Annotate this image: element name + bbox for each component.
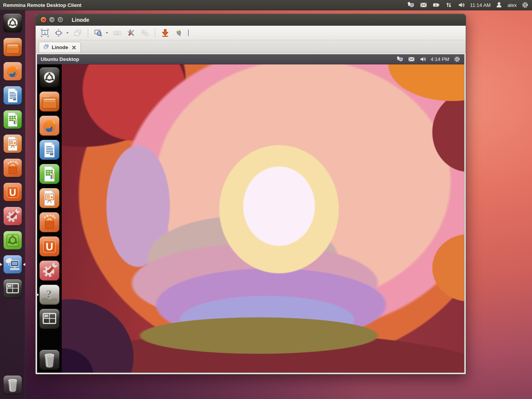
- libreoffice-impress-icon: [39, 188, 59, 208]
- host-top-panel: Remmina Remote Desktop Client 11:14 AM a…: [0, 0, 532, 10]
- window-maximize-button[interactable]: [57, 16, 64, 23]
- toolbar-preferences[interactable]: [138, 27, 152, 39]
- software-updater-icon: [3, 231, 22, 250]
- remote-launcher-software-center[interactable]: [39, 212, 59, 232]
- software-center-icon: [3, 159, 22, 177]
- window-titlebar[interactable]: Linode: [36, 14, 466, 26]
- remote-launcher-system-settings[interactable]: [39, 261, 59, 281]
- home-folder-icon: [39, 92, 59, 112]
- launcher-software-center[interactable]: [3, 159, 22, 177]
- sound-indicator[interactable]: [458, 1, 465, 9]
- toolbar-minimize-window[interactable]: [158, 27, 172, 39]
- launcher-libreoffice-writer[interactable]: [3, 86, 22, 105]
- libreoffice-calc-icon: [39, 164, 59, 184]
- software-center-icon: [39, 212, 59, 232]
- window-minimize-button[interactable]: [49, 16, 55, 23]
- remote-launcher-libreoffice-impress[interactable]: [39, 188, 59, 208]
- active-app-title: Remmina Remote Desktop Client: [3, 2, 81, 8]
- launcher-libreoffice-impress[interactable]: [3, 135, 22, 153]
- remote-screen[interactable]: Ubuntu Desktop 4:14 PM U??: [37, 54, 465, 373]
- libreoffice-calc-icon: [3, 110, 22, 129]
- toolbar-scaled-mode[interactable]: [91, 27, 110, 39]
- ubuntu-dash-icon: [3, 14, 22, 32]
- unknown-app-icon: ??: [39, 285, 59, 305]
- libreoffice-writer-icon: [3, 86, 22, 105]
- toolbar-separator: [88, 28, 88, 38]
- svg-text:?: ?: [46, 287, 52, 300]
- remote-viewport-frame: Ubuntu Desktop 4:14 PM U??: [36, 53, 466, 374]
- svg-text:?: ?: [46, 288, 52, 301]
- remote-launcher-libreoffice-calc[interactable]: [39, 164, 59, 184]
- launcher-workspace-switcher[interactable]: [3, 279, 22, 298]
- launcher-system-settings[interactable]: [3, 207, 22, 225]
- remote-clock[interactable]: 4:14 PM: [431, 56, 449, 62]
- network-sync-indicator[interactable]: [445, 1, 453, 9]
- launcher-software-updater[interactable]: [3, 231, 22, 250]
- unity-launcher: U: [0, 10, 25, 399]
- ubuntu-one-icon: U: [3, 183, 22, 201]
- workspace-switcher-icon: [39, 309, 59, 329]
- battery-indicator[interactable]: [432, 1, 440, 9]
- remote-launcher-ubuntu-one[interactable]: U: [39, 236, 59, 256]
- toolbar-switch-tabs[interactable]: [71, 27, 85, 39]
- remmina-window: Linode 1 Linode Ubuntu Desktop 4:14 PM U…: [35, 14, 466, 374]
- remote-message-indicator[interactable]: [408, 56, 415, 63]
- host-indicator-area: 11:14 AM alex: [407, 1, 529, 9]
- tab-window-icon: [43, 44, 49, 51]
- toolbar-fullscreen[interactable]: [52, 27, 71, 39]
- session-gear-icon[interactable]: [521, 1, 529, 9]
- remote-remote-desktop-indicator[interactable]: [396, 56, 404, 63]
- remote-launcher-workspace-switcher[interactable]: [39, 309, 59, 329]
- launcher-libreoffice-calc[interactable]: [3, 110, 22, 129]
- remote-tray: [396, 56, 427, 63]
- ubuntu-one-icon: U: [39, 236, 59, 256]
- remote-session-gear-icon[interactable]: [453, 56, 461, 63]
- svg-text:1: 1: [44, 31, 46, 34]
- remote-launcher-libreoffice-writer[interactable]: [39, 140, 59, 160]
- host-clock[interactable]: 11:14 AM: [470, 2, 491, 8]
- remote-desktop-title: Ubuntu Desktop: [41, 56, 79, 62]
- remote-launcher-home-folder[interactable]: [39, 92, 59, 112]
- window-toolbar: 1: [36, 26, 466, 40]
- remote-launcher-trash[interactable]: [39, 350, 59, 370]
- host-tray: [407, 1, 465, 9]
- tab-linode[interactable]: Linode: [39, 42, 81, 53]
- launcher-items: U: [0, 10, 25, 298]
- toolbar-fit-window[interactable]: 1: [38, 27, 52, 39]
- launcher-ubuntu-one[interactable]: U: [3, 183, 22, 201]
- window-title: Linode: [72, 17, 89, 23]
- remote-launcher-ubuntu-dash[interactable]: [39, 67, 59, 87]
- firefox-icon: [3, 62, 22, 80]
- svg-text:U: U: [46, 241, 53, 253]
- tab-label: Linode: [52, 44, 68, 50]
- system-settings-icon: [3, 207, 22, 225]
- remote-wallpaper[interactable]: [62, 64, 464, 373]
- launcher-ubuntu-dash[interactable]: [3, 14, 22, 32]
- remote-launcher-firefox[interactable]: [39, 116, 59, 136]
- tab-close-icon[interactable]: [72, 45, 76, 50]
- remote-launcher-bottom-items: [37, 347, 62, 373]
- message-indicator[interactable]: [420, 1, 427, 9]
- window-controls: [40, 16, 66, 23]
- remote-desktop-indicator[interactable]: [407, 1, 415, 9]
- remmina-icon: [3, 255, 22, 274]
- launcher-home-folder[interactable]: [3, 38, 22, 56]
- remote-top-panel: Ubuntu Desktop 4:14 PM: [37, 54, 464, 64]
- remote-desktop-body: U??: [37, 64, 464, 373]
- user-indicator-icon[interactable]: [495, 1, 503, 9]
- toolbar-disconnect[interactable]: [172, 27, 186, 39]
- ubuntu-dash-icon: [39, 67, 59, 87]
- window-close-button[interactable]: [40, 16, 47, 23]
- launcher-firefox[interactable]: [3, 62, 22, 80]
- toolbar-tools[interactable]: [124, 27, 138, 39]
- launcher-trash[interactable]: [3, 376, 22, 394]
- remote-launcher-unknown-window[interactable]: ??: [39, 285, 59, 305]
- toolbar-separator: [155, 28, 155, 38]
- window-tabbar: Linode: [36, 40, 466, 53]
- libreoffice-impress-icon: [3, 135, 22, 153]
- launcher-remmina[interactable]: [3, 255, 22, 274]
- remote-sound-indicator[interactable]: [419, 56, 427, 63]
- username[interactable]: alex: [507, 2, 517, 8]
- toolbar-grab-keyboard[interactable]: [110, 27, 124, 39]
- text-caret: [188, 30, 189, 36]
